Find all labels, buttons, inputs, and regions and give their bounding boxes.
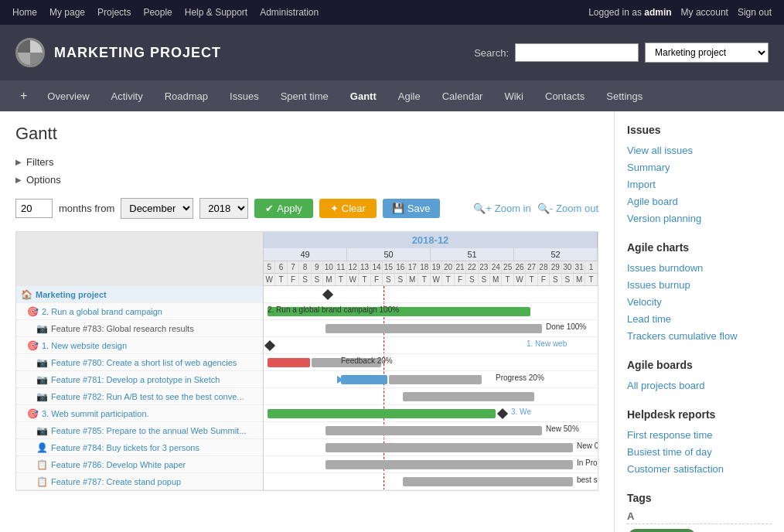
options-triangle-icon: ▶ [15,176,22,184]
nav-issues[interactable]: Issues [220,84,268,108]
dn-m2: M [407,274,418,285]
bar-4-red [268,358,310,367]
project-select[interactable]: Marketing project [645,43,769,63]
milestone-icon-7: 🎯 [27,408,39,419]
nav-admin[interactable]: Administration [260,7,319,18]
bar-8 [326,426,542,435]
task-project-link[interactable]: Marketing project [36,290,107,299]
customer-satisfaction-link[interactable]: Customer satisfaction [627,461,772,478]
bar-row-7: 3. We [264,405,598,422]
nav-calendar[interactable]: Calendar [433,84,493,108]
issues-burndown-link[interactable]: Issues burndown [627,260,772,277]
agile-boards-title: Agile boards [627,359,772,371]
nav-settings[interactable]: Settings [597,84,652,108]
nav-roadmap[interactable]: Roadmap [155,84,217,108]
save-button[interactable]: 💾 Save [383,199,440,218]
plus-button[interactable]: + [12,86,35,106]
project-logo: MARKETING PROJECT [15,38,221,67]
main-content: Gantt ▶ Filters ▶ Options 20 months from… [0,111,784,532]
bar-label-1: 2. Run a global brand campaign 100% [268,305,399,314]
clear-button[interactable]: ✦ Clear [319,199,377,218]
months-input[interactable]: 20 [15,199,53,218]
month-select[interactable]: December [121,198,193,219]
task-link-9[interactable]: Feature #784: Buy tickets for 3 persons [51,443,199,452]
zoom-out-button[interactable]: 🔍- Zoom out [537,203,598,214]
my-account-link[interactable]: My account [681,7,728,18]
nav-help[interactable]: Help & Support [185,7,247,18]
zoom-in-icon: 🔍+ [473,203,492,214]
search-input[interactable] [515,43,639,62]
task-row-8: 📷 Feature #785: Prepare to the annual We… [16,422,263,439]
zoom-controls: 🔍+ Zoom in 🔍- Zoom out [473,203,598,214]
nav-spent-time[interactable]: Spent time [271,84,338,108]
nav-agile[interactable]: Agile [389,84,430,108]
feature-icon-5: 📷 [36,374,48,385]
nav-home[interactable]: Home [12,7,37,18]
task-link-7[interactable]: 3. Web summit participation. [42,409,149,418]
all-projects-board-link[interactable]: All projects board [627,377,772,394]
bar-row-5: Progress 20% [264,371,598,388]
sign-out-link[interactable]: Sign out [738,7,772,18]
summary-link[interactable]: Summary [627,159,772,176]
month-cell: 2018-12 [264,232,598,248]
agile-board-link[interactable]: Agile board [627,193,772,210]
top-nav-right: Logged in as admin My account Sign out [588,7,772,18]
bar-6 [403,392,534,401]
bar-row-11: best status 0% [264,473,598,490]
dn-t8: T [585,274,597,285]
secondary-navigation: + Overview Activity Roadmap Issues Spent… [0,80,784,111]
gantt-header: 2018-12 49 50 51 52 5 6 7 8 9 10 [16,232,598,286]
helpdesk-section: Helpdesk reports First response time Bus… [627,408,772,478]
trackers-cumulative-link[interactable]: Trackers cumulative flow [627,328,772,345]
import-link[interactable]: Import [627,176,772,193]
right-sidebar: Issues View all issues Summary Import Ag… [614,111,784,532]
filters-toggle[interactable]: ▶ Filters [15,153,598,171]
bar-row-1: 2. Run a global brand campaign 100% [264,303,598,320]
task-link-3[interactable]: 1. New website design [42,341,127,350]
task-link-1[interactable]: 2. Run a global brand campaign [42,307,162,316]
nav-overview[interactable]: Overview [38,84,98,108]
feature-icon-11: 📋 [36,476,48,487]
day-15: 15 [383,261,394,273]
bar-row-3: 1. New web [264,337,598,354]
gantt-dayname-row: W T F S S M T W T F S S M T W [264,274,598,286]
velocity-link[interactable]: Velocity [627,294,772,311]
year-select[interactable]: 2018 [199,198,248,219]
dn-w4: W [514,274,526,285]
options-toggle[interactable]: ▶ Options [15,171,598,189]
task-row-1: 🎯 2. Run a global brand campaign [16,303,263,320]
apply-button[interactable]: ✔ Apply [254,199,313,218]
day-18: 18 [418,261,430,273]
nav-contacts[interactable]: Contacts [536,84,594,108]
project-icon: 🏠 [21,289,32,300]
tag-ab-tests[interactable]: A/B tests (1) [629,529,695,532]
day-21: 21 [455,261,466,273]
nav-activity[interactable]: Activity [102,84,152,108]
issues-burnup-link[interactable]: Issues burnup [627,277,772,294]
task-link-10[interactable]: Feature #786: Develop White paper [51,460,186,469]
task-link-6[interactable]: Feature #782: Run A/B test to see the be… [51,392,244,401]
bar-row-6 [264,388,598,405]
nav-people[interactable]: People [143,7,172,18]
nav-projects[interactable]: Projects [97,7,131,18]
version-planning-link[interactable]: Version planning [627,210,772,227]
first-response-link[interactable]: First response time [627,427,772,444]
zoom-in-button[interactable]: 🔍+ Zoom in [473,203,531,214]
task-link-5[interactable]: Feature #781: Develop a prototype in Ske… [51,375,220,384]
week-50: 50 [347,248,431,261]
dn-w2: W [347,274,359,285]
nav-gantt[interactable]: Gantt [341,84,386,108]
nav-wiki[interactable]: Wiki [495,84,533,108]
gantt-chart: 2018-12 49 50 51 52 5 6 7 8 9 10 [15,231,598,491]
day-20: 20 [442,261,454,273]
task-link-8[interactable]: Feature #785: Prepare to the annual Web … [51,426,246,435]
day-29: 29 [550,261,561,273]
lead-time-link[interactable]: Lead time [627,311,772,328]
task-link-11[interactable]: Feature #787: Create stand popup [51,477,181,486]
busiest-time-link[interactable]: Busiest time of day [627,444,772,461]
view-all-issues-link[interactable]: View all issues [627,142,772,159]
nav-mypage[interactable]: My page [49,7,85,18]
task-link-4[interactable]: Feature #780: Create a short list of web… [51,358,237,367]
dn-t: T [275,274,287,285]
day-9: 9 [312,261,323,273]
